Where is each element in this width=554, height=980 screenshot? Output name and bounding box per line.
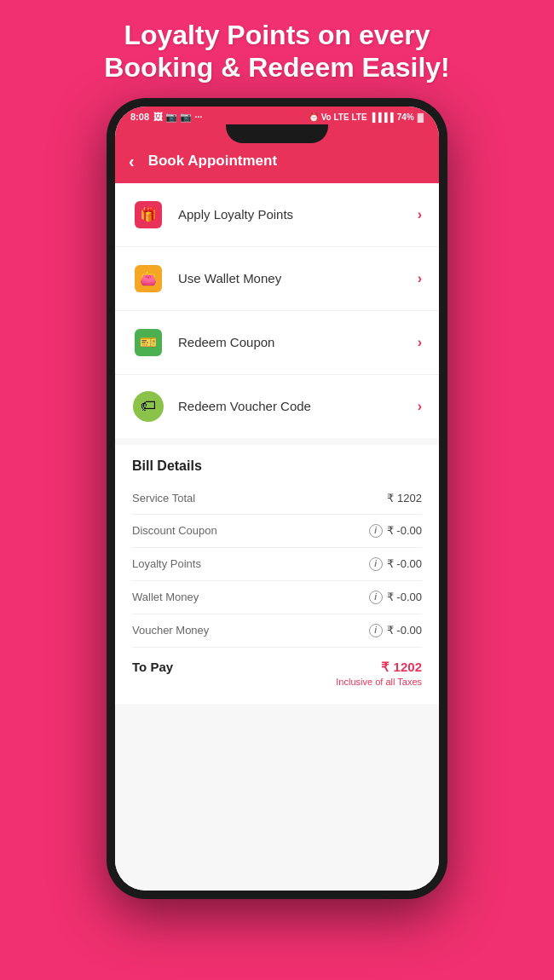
total-row: To Pay ₹ 1202 Inclusive of all Taxes [132, 651, 422, 690]
divider-1 [132, 514, 422, 515]
promo-text: Loyalty Points on every Booking & Redeem… [87, 0, 466, 98]
back-button[interactable]: ‹ [129, 152, 135, 171]
voucher-money-value: i ₹ -0.00 [369, 624, 422, 637]
notification-icons: 🖼 📷 📷 ··· [153, 112, 202, 123]
divider-2 [132, 547, 422, 548]
coupon-icon: 🎫 [132, 326, 164, 359]
battery-icon: ▓ [418, 112, 424, 122]
notch [226, 124, 328, 143]
main-content: 🎁 Apply Loyalty Points › 👛 Use Wallet Mo… [115, 183, 439, 891]
loyalty-points-label: Loyalty Points [132, 557, 369, 570]
coupon-chevron: › [418, 335, 422, 350]
menu-section: 🎁 Apply Loyalty Points › 👛 Use Wallet Mo… [115, 183, 439, 438]
voucher-chevron: › [418, 399, 422, 414]
voucher-icon: 🏷 [132, 390, 164, 423]
promo-line2: Booking & Redeem Easily! [104, 51, 449, 84]
voucher-money-label: Voucher Money [132, 624, 369, 637]
bill-row-wallet-money: Wallet Money i ₹ -0.00 [132, 585, 422, 610]
bill-row-discount: Discount Coupon i ₹ -0.00 [132, 518, 422, 544]
phone-mockup: 8:08 🖼 📷 📷 ··· ⏰ Vo LTE LTE ▐▐▐▐ 74% ▓ ‹… [107, 98, 447, 899]
battery-level: 74% [397, 112, 414, 122]
voucher-info-icon[interactable]: i [369, 624, 383, 637]
bill-section: Bill Details Service Total ₹ 1202 Discou… [115, 445, 439, 704]
wallet-money-label: Wallet Money [132, 591, 369, 603]
loyalty-label: Apply Loyalty Points [178, 207, 418, 222]
time-display: 8:08 [130, 112, 149, 122]
wallet-money-value: i ₹ -0.00 [369, 591, 422, 604]
service-total-value: ₹ 1202 [387, 492, 422, 504]
bill-title: Bill Details [132, 458, 422, 474]
signal-text: ⏰ Vo LTE LTE ▐▐▐▐ [309, 112, 394, 122]
wallet-icon: 👛 [132, 262, 164, 295]
bill-row-loyalty: Loyalty Points i ₹ -0.00 [132, 551, 422, 577]
coupon-label: Redeem Coupon [178, 335, 418, 349]
status-right: ⏰ Vo LTE LTE ▐▐▐▐ 74% ▓ [309, 112, 424, 122]
wallet-label: Use Wallet Money [178, 271, 418, 285]
app-bar: ‹ Book Appointment [115, 143, 439, 183]
discount-info-icon[interactable]: i [369, 524, 383, 538]
wallet-info-icon[interactable]: i [369, 591, 383, 604]
total-right: ₹ 1202 Inclusive of all Taxes [336, 660, 422, 687]
menu-item-wallet[interactable]: 👛 Use Wallet Money › [115, 247, 439, 311]
app-bar-title: Book Appointment [148, 153, 277, 170]
divider-3 [132, 580, 422, 581]
divider-5 [132, 647, 422, 648]
promo-line1: Loyalty Points on every [104, 19, 449, 51]
voucher-label: Redeem Voucher Code [178, 399, 418, 413]
wallet-chevron: › [418, 271, 422, 286]
status-left: 8:08 🖼 📷 📷 ··· [130, 112, 202, 123]
service-total-label: Service Total [132, 492, 387, 504]
bill-row-service: Service Total ₹ 1202 [132, 486, 422, 510]
status-bar: 8:08 🖼 📷 📷 ··· ⏰ Vo LTE LTE ▐▐▐▐ 74% ▓ [115, 107, 439, 126]
inclusive-text: Inclusive of all Taxes [336, 677, 422, 687]
discount-coupon-label: Discount Coupon [132, 524, 369, 537]
loyalty-info-icon[interactable]: i [369, 557, 383, 571]
phone-screen: 8:08 🖼 📷 📷 ··· ⏰ Vo LTE LTE ▐▐▐▐ 74% ▓ ‹… [115, 107, 439, 891]
bill-row-voucher-money: Voucher Money i ₹ -0.00 [132, 618, 422, 643]
loyalty-chevron: › [418, 207, 422, 222]
total-amount: ₹ 1202 [381, 660, 422, 675]
divider-4 [132, 614, 422, 614]
loyalty-icon: 🎁 [132, 199, 164, 231]
menu-item-coupon[interactable]: 🎫 Redeem Coupon › [115, 311, 439, 375]
menu-item-loyalty[interactable]: 🎁 Apply Loyalty Points › [115, 183, 439, 247]
loyalty-points-value: i ₹ -0.00 [369, 557, 422, 571]
menu-item-voucher[interactable]: 🏷 Redeem Voucher Code › [115, 375, 439, 438]
discount-coupon-value: i ₹ -0.00 [369, 524, 422, 538]
total-label: To Pay [132, 660, 173, 674]
notch-area [115, 124, 439, 143]
